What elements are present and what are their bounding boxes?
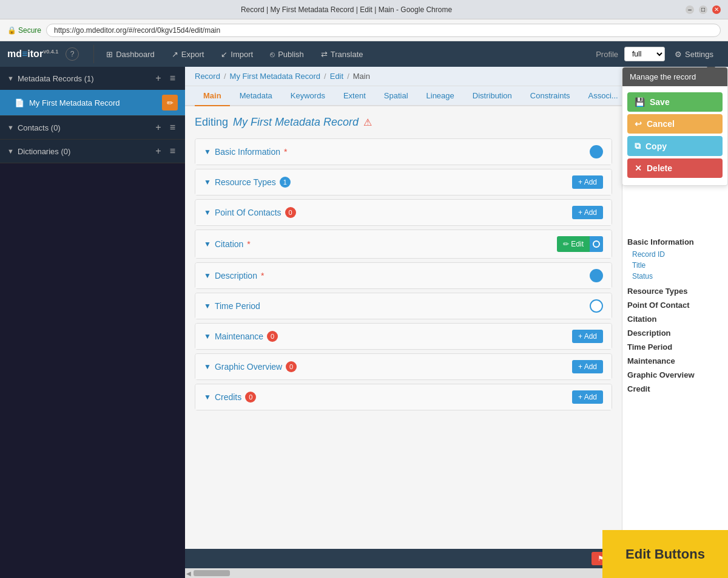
section-credits-header[interactable]: ▼ Credits 0 + Add bbox=[195, 384, 612, 410]
sidebar-menu-contacts-button[interactable]: ≡ bbox=[167, 122, 178, 133]
collapse-icon: ▼ bbox=[7, 75, 14, 82]
tab-constraints[interactable]: Constraints bbox=[522, 86, 579, 106]
right-nav-section-description: Description bbox=[627, 328, 723, 338]
breadcrumb-record[interactable]: Record bbox=[195, 72, 220, 81]
resource-types-add-button[interactable]: + Add bbox=[572, 175, 603, 189]
tab-associ[interactable]: Associ... bbox=[580, 86, 627, 106]
import-icon: ↙ bbox=[221, 50, 228, 59]
citation-circle-button[interactable] bbox=[590, 236, 603, 252]
section-citation-header[interactable]: ▼ Citation * ✏ Edit bbox=[195, 230, 612, 258]
sidebar-section-dictionaries-header[interactable]: ▼ Dictionaries (0) + ≡ bbox=[0, 140, 185, 163]
dashboard-button[interactable]: ⊞ Dashboard bbox=[99, 47, 162, 62]
section-time-period: ▼ Time Period bbox=[195, 293, 612, 319]
chevron-graphic-overview: ▼ bbox=[204, 362, 211, 371]
right-nav-title[interactable]: Title bbox=[627, 260, 723, 271]
tab-keywords[interactable]: Keywords bbox=[282, 86, 334, 106]
settings-button[interactable]: ⚙ Settings bbox=[667, 47, 721, 62]
chevron-basic-info: ▼ bbox=[204, 148, 211, 156]
tab-distribution[interactable]: Distribution bbox=[464, 86, 521, 106]
chevron-description: ▼ bbox=[204, 271, 211, 280]
sidebar-item-record[interactable]: 📄 My First Metadata Record ✏ bbox=[0, 90, 185, 115]
section-maintenance-header[interactable]: ▼ Maintenance 0 + Add bbox=[195, 324, 612, 349]
section-graphic-overview-header[interactable]: ▼ Graphic Overview 0 + Add bbox=[195, 354, 612, 379]
copy-button[interactable]: ⧉ Copy bbox=[627, 136, 723, 156]
sidebar-edit-button[interactable]: ✏ bbox=[162, 95, 178, 110]
right-nav-section-maintenance: Maintenance bbox=[627, 356, 723, 365]
settings-icon: ⚙ bbox=[675, 50, 682, 59]
basic-info-status-circle bbox=[590, 145, 603, 158]
manage-panel: Manage the record 💾 Save ↩ Cancel bbox=[622, 106, 728, 186]
maintenance-label: Maintenance bbox=[215, 332, 263, 341]
cancel-button[interactable]: ↩ Cancel bbox=[627, 114, 723, 134]
sidebar-menu-metadata-button[interactable]: ≡ bbox=[167, 73, 178, 84]
tab-metadata[interactable]: Metadata bbox=[231, 86, 281, 106]
warning-icon: ⚠ bbox=[363, 117, 372, 128]
scrollbar-left-arrow[interactable]: ◀ bbox=[186, 570, 191, 577]
tab-extent[interactable]: Extent bbox=[335, 86, 374, 106]
minimize-button[interactable]: – bbox=[686, 5, 694, 14]
section-resource-types-header[interactable]: ▼ Resource Types 1 + Add bbox=[195, 169, 612, 195]
help-button[interactable]: ? bbox=[66, 47, 79, 61]
graphic-overview-add-button[interactable]: + Add bbox=[572, 360, 603, 373]
section-basic-information: ▼ Basic Information * bbox=[195, 138, 612, 165]
sidebar-section-metadata-header[interactable]: ▼ Metadata Records (1) + ≡ bbox=[0, 67, 185, 90]
credits-add-button[interactable]: + Add bbox=[572, 390, 603, 404]
right-nav-section-resource-types: Resource Types bbox=[627, 287, 723, 296]
export-button[interactable]: ↗ Export bbox=[164, 47, 212, 62]
scrollbar-thumb[interactable] bbox=[194, 570, 230, 576]
browser-titlebar: Record | My First Metadata Record | Edit… bbox=[0, 0, 728, 19]
sidebar-add-contacts-button[interactable]: + bbox=[153, 122, 163, 133]
edit-scroll-area: Editing My First Metadata Record ⚠ ▼ Bas… bbox=[185, 106, 622, 549]
sidebar-section-contacts-header[interactable]: ▼ Contacts (0) + ≡ bbox=[0, 116, 185, 139]
close-button[interactable]: ✕ bbox=[712, 5, 721, 14]
sidebar-section-dictionaries: ▼ Dictionaries (0) + ≡ bbox=[0, 140, 185, 163]
sidebar: ▼ Metadata Records (1) + ≡ 📄 My First Me… bbox=[0, 67, 185, 578]
save-button[interactable]: 💾 Save bbox=[627, 106, 723, 112]
import-button[interactable]: ↙ Import bbox=[214, 47, 260, 62]
tab-lineage[interactable]: Lineage bbox=[418, 86, 463, 106]
brand-logo: md≡itorv0.4.1 bbox=[7, 49, 58, 59]
dictionaries-collapse-icon: ▼ bbox=[7, 148, 14, 155]
maintenance-add-button[interactable]: + Add bbox=[572, 330, 603, 343]
edit-title: Editing My First Metadata Record ⚠ bbox=[195, 116, 612, 129]
tab-spatial[interactable]: Spatial bbox=[376, 86, 417, 106]
section-point-of-contacts-header[interactable]: ▼ Point Of Contacts 0 + Add bbox=[195, 200, 612, 225]
maximize-button[interactable]: □ bbox=[699, 5, 707, 14]
lock-icon: 🔒 bbox=[7, 26, 16, 35]
profile-select[interactable]: full basic bbox=[624, 47, 665, 61]
tab-main[interactable]: Main bbox=[195, 86, 230, 106]
section-graphic-overview: ▼ Graphic Overview 0 + Add bbox=[195, 353, 612, 380]
publish-button[interactable]: ⎋ Publish bbox=[263, 47, 311, 62]
sidebar-dictionaries-title: Dictionaries (0) bbox=[18, 147, 149, 156]
point-of-contacts-add-button[interactable]: + Add bbox=[572, 206, 603, 219]
browser-controls[interactable]: – □ ✕ bbox=[686, 5, 721, 14]
section-time-period-header[interactable]: ▼ Time Period bbox=[195, 293, 612, 319]
section-description-header[interactable]: ▼ Description * bbox=[195, 263, 612, 288]
chevron-point-of-contacts: ▼ bbox=[204, 208, 211, 217]
section-credits: ▼ Credits 0 + Add bbox=[195, 384, 612, 410]
chevron-credits: ▼ bbox=[204, 393, 211, 401]
breadcrumb-edit[interactable]: Edit bbox=[330, 72, 343, 81]
delete-button[interactable]: ✕ Delete bbox=[627, 158, 723, 178]
breadcrumb-record-name[interactable]: My First Metadata Record bbox=[230, 72, 321, 81]
right-nav-section-credit: Credit bbox=[627, 384, 723, 393]
citation-edit-button[interactable]: ✏ Edit bbox=[557, 236, 590, 252]
right-nav-status[interactable]: Status bbox=[627, 271, 723, 282]
section-basic-information-header[interactable]: ▼ Basic Information * bbox=[195, 139, 612, 165]
graphic-overview-label: Graphic Overview bbox=[215, 362, 282, 372]
right-nav-section-time-period: Time Period bbox=[627, 342, 723, 352]
sidebar-add-dictionaries-button[interactable]: + bbox=[153, 146, 163, 157]
delete-icon: ✕ bbox=[635, 163, 642, 173]
edit-buttons-popup[interactable]: Edit Buttons bbox=[602, 530, 728, 578]
right-nav-record-id[interactable]: Record ID bbox=[627, 249, 723, 260]
publish-icon: ⎋ bbox=[270, 50, 275, 59]
browser-title: Record | My First Metadata Record | Edit… bbox=[7, 5, 686, 14]
sidebar-menu-dictionaries-button[interactable]: ≡ bbox=[167, 146, 178, 157]
editing-prefix: Editing bbox=[195, 116, 228, 129]
sidebar-add-metadata-button[interactable]: + bbox=[153, 73, 163, 84]
secure-badge: 🔒 Secure bbox=[7, 26, 41, 35]
time-period-status-circle bbox=[590, 299, 603, 313]
translate-button[interactable]: ⇄ Translate bbox=[314, 47, 371, 62]
url-input[interactable]: https://go.mdeditor.org/#/record/0kgv15d… bbox=[46, 24, 721, 37]
cancel-icon: ↩ bbox=[635, 119, 642, 129]
